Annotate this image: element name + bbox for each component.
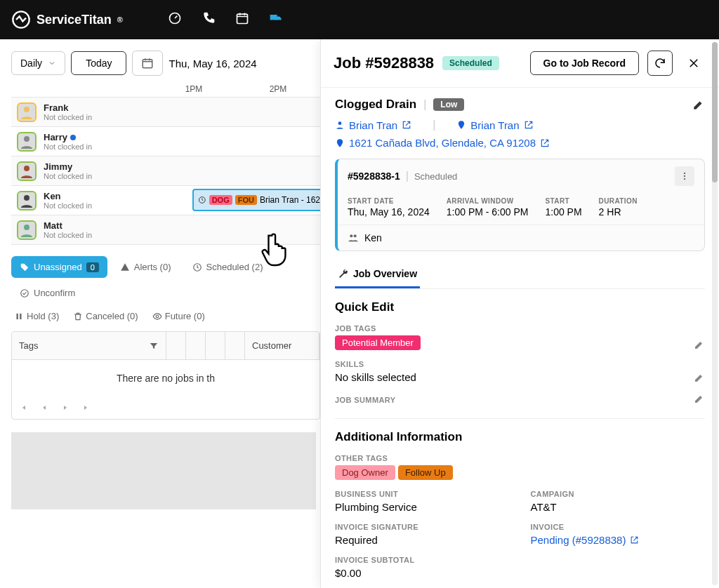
svg-rect-2 [237, 14, 247, 23]
priority-badge: Low [433, 98, 464, 111]
external-link-icon [630, 535, 639, 544]
timeline-header: 1PM 2PM [11, 84, 320, 94]
avatar [17, 191, 37, 211]
go-to-record-button[interactable]: Go to Job Record [530, 51, 639, 75]
appointment-id: #5928838-1 [348, 171, 400, 182]
filter-scheduled[interactable]: Scheduled (2) [184, 256, 272, 278]
panel-header: Job #5928838 Scheduled Go to Job Record [321, 39, 719, 88]
page-first-icon[interactable] [19, 403, 27, 412]
page-last-icon[interactable] [82, 403, 91, 412]
avatar [17, 220, 37, 240]
svg-point-22 [354, 234, 357, 237]
page-prev-icon[interactable] [40, 403, 48, 412]
filter-alerts[interactable]: Alerts (0) [112, 256, 180, 278]
invoice-link[interactable]: Pending (#5928838) [531, 534, 640, 546]
calendar-icon [141, 57, 154, 69]
panel-scrollbar[interactable] [712, 42, 718, 585]
th-col[interactable] [225, 332, 245, 359]
svg-point-7 [24, 136, 29, 142]
pencil-icon[interactable] [692, 98, 705, 111]
tag-icon [20, 262, 29, 272]
pause-icon [14, 312, 24, 321]
chevron-down-icon [48, 59, 56, 67]
schedule-area: Daily Today Thu, May 16, 2024 1PM 2PM Fr… [0, 39, 320, 588]
svg-point-13 [21, 289, 29, 297]
filter-canceled[interactable]: Canceled (0) [73, 311, 138, 321]
svg-rect-5 [143, 60, 153, 68]
pencil-icon[interactable] [694, 339, 705, 350]
th-col[interactable] [186, 332, 206, 359]
brand-text: ServiceTitan [37, 13, 112, 27]
assignee-row: Ken [338, 225, 704, 250]
svg-point-16 [156, 315, 159, 318]
filter-hold[interactable]: Hold (3) [14, 311, 59, 321]
schedule-card: #5928838-1 | Scheduled START DATEThu, Ma… [335, 159, 705, 251]
today-button[interactable]: Today [71, 51, 126, 75]
view-select[interactable]: Daily [11, 51, 65, 75]
current-date: Thu, May 16, 2024 [169, 58, 256, 69]
clock-icon [192, 262, 202, 272]
tab-overview[interactable]: Job Overview [335, 261, 420, 288]
alert-icon [120, 262, 130, 272]
appointment-menu[interactable] [675, 166, 694, 186]
phone-icon[interactable] [202, 11, 216, 28]
topbar: ServiceTitan® [0, 0, 719, 39]
th-tags[interactable]: Tags [12, 332, 166, 359]
truck-icon[interactable] [269, 11, 283, 28]
filter-unconfirmed[interactable]: Unconfirm [11, 282, 84, 304]
pencil-icon[interactable] [694, 393, 705, 404]
people-icon [348, 232, 359, 243]
svg-point-4 [277, 20, 279, 22]
th-col[interactable] [166, 332, 186, 359]
pin-icon [335, 138, 345, 148]
chip-dog: DOG [209, 195, 232, 205]
avatar [17, 161, 37, 181]
filter-future[interactable]: Future (0) [152, 311, 205, 321]
close-button[interactable] [681, 51, 706, 76]
avatar [17, 102, 37, 122]
trash-icon [73, 312, 83, 321]
th-customer[interactable]: Customer [245, 332, 319, 359]
svg-point-17 [338, 121, 342, 125]
check-circle-icon [20, 288, 29, 298]
svg-point-9 [24, 195, 29, 201]
svg-point-8 [24, 166, 29, 171]
ad-placeholder [11, 432, 316, 509]
top-icons [168, 11, 283, 28]
refresh-icon [654, 57, 666, 69]
job-block[interactable]: DOG FOU Brian Tran - 162 [192, 189, 320, 211]
svg-rect-15 [20, 313, 21, 319]
gauge-icon[interactable] [168, 11, 182, 28]
calendar-icon[interactable] [235, 11, 249, 28]
address-link[interactable]: 1621 Cañada Blvd, Glendale, CA 91208 [335, 137, 705, 149]
external-link-icon [402, 120, 411, 130]
eye-icon [152, 312, 162, 321]
svg-point-21 [350, 234, 352, 237]
table-empty: There are no jobs in th [12, 360, 319, 396]
location-link[interactable]: Brian Tran [456, 119, 533, 131]
logo-icon [11, 10, 31, 29]
svg-point-11 [24, 225, 29, 230]
refresh-button[interactable] [647, 51, 673, 76]
filter-unassigned[interactable]: Unassigned 0 [11, 256, 107, 278]
external-link-icon [524, 120, 534, 130]
tech-row: FrankNot clocked in [11, 98, 320, 127]
close-icon [687, 57, 700, 69]
date-picker[interactable] [132, 51, 163, 76]
pager [12, 396, 319, 419]
person-icon [335, 120, 345, 130]
job-type: Clogged Drain [335, 98, 416, 112]
svg-point-3 [271, 20, 273, 22]
additional-info-title: Additional Information [335, 430, 705, 444]
external-link-icon [540, 138, 550, 148]
pencil-icon[interactable] [694, 372, 705, 383]
tag-potential-member: Potential Member [335, 335, 421, 350]
th-col[interactable] [206, 332, 225, 359]
svg-point-19 [684, 175, 685, 177]
tech-row: HarryNot clocked in [11, 127, 320, 156]
technician-rows: FrankNot clocked in HarryNot clocked in … [11, 97, 320, 245]
customer-link[interactable]: Brian Tran [335, 119, 411, 131]
tag-dog-owner: Dog Owner [335, 465, 395, 480]
page-next-icon[interactable] [61, 403, 70, 412]
dots-vertical-icon [680, 171, 690, 181]
